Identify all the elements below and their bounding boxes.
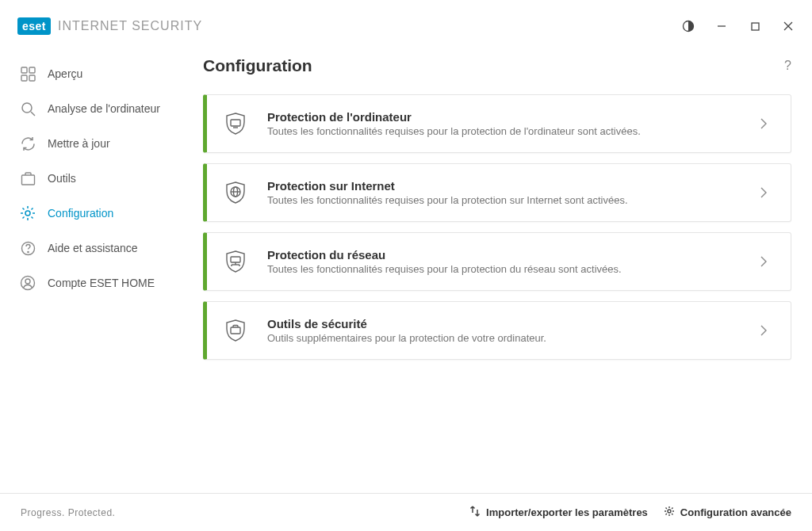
- page-title: Configuration: [203, 56, 312, 75]
- tagline: Progress. Protected.: [21, 507, 115, 518]
- window-controls: [682, 20, 795, 32]
- card-computer-protection[interactable]: Protection de l'ordinateur Toutes les fo…: [203, 94, 791, 153]
- footer-action-label: Configuration avancée: [680, 506, 791, 518]
- card-desc: Toutes les fonctionnalités requises pour…: [267, 125, 756, 137]
- help-icon[interactable]: ?: [784, 59, 791, 73]
- svg-rect-22: [231, 257, 240, 262]
- card-desc: Outils supplémentaires pour la protectio…: [267, 332, 756, 344]
- sidebar-item-label: Outils: [48, 172, 76, 185]
- card-body: Outils de sécurité Outils supplémentaire…: [267, 317, 756, 344]
- card-body: Protection du réseau Toutes les fonction…: [267, 248, 756, 275]
- svg-rect-5: [21, 67, 27, 73]
- sidebar-item-tools[interactable]: Outils: [0, 161, 186, 196]
- shield-globe-icon: [221, 178, 250, 207]
- sidebar-item-label: Compte ESET HOME: [48, 277, 155, 289]
- logo-badge: eset: [17, 17, 51, 35]
- card-desc: Toutes les fonctionnalités requises pour…: [267, 263, 756, 275]
- sidebar-item-label: Aide et assistance: [48, 242, 138, 254]
- chevron-right-icon: [756, 323, 772, 338]
- svg-rect-11: [21, 175, 34, 185]
- footer: Progress. Protected. Importer/exporter l…: [0, 493, 812, 531]
- logo-product: INTERNET SECURITY: [58, 19, 202, 33]
- shield-briefcase-icon: [221, 316, 250, 345]
- gear-icon: [20, 205, 36, 221]
- config-cards: Protection de l'ordinateur Toutes les fo…: [203, 94, 791, 360]
- sidebar-item-label: Aperçu: [48, 67, 82, 80]
- svg-point-28: [668, 510, 671, 513]
- sidebar-item-label: Configuration: [48, 207, 113, 220]
- sidebar-item-scan[interactable]: Analyse de l'ordinateur: [0, 91, 186, 126]
- sidebar: Aperçu Analyse de l'ordinateur Mettre à …: [0, 43, 186, 493]
- titlebar: eset INTERNET SECURITY: [0, 0, 812, 43]
- sidebar-item-overview[interactable]: Aperçu: [0, 56, 186, 91]
- footer-action-label: Importer/exporter les paramètres: [486, 506, 648, 518]
- svg-point-9: [22, 103, 32, 113]
- svg-line-10: [31, 112, 35, 116]
- svg-rect-17: [231, 120, 240, 126]
- app-logo: eset INTERNET SECURITY: [17, 17, 202, 35]
- svg-point-14: [27, 251, 28, 252]
- card-network-protection[interactable]: Protection du réseau Toutes les fonction…: [203, 232, 791, 291]
- overview-icon: [20, 66, 36, 82]
- advanced-setup-button[interactable]: Configuration avancée: [664, 506, 791, 519]
- shield-network-icon: [221, 247, 250, 276]
- shield-monitor-icon: [221, 109, 250, 138]
- close-icon[interactable]: [782, 20, 795, 32]
- card-title: Protection sur Internet: [267, 179, 756, 193]
- svg-rect-7: [21, 75, 27, 81]
- chevron-right-icon: [756, 116, 772, 132]
- sidebar-item-help[interactable]: Aide et assistance: [0, 231, 186, 266]
- card-title: Protection du réseau: [267, 248, 756, 262]
- svg-point-12: [25, 211, 30, 216]
- sidebar-item-update[interactable]: Mettre à jour: [0, 126, 186, 161]
- svg-point-16: [25, 279, 30, 284]
- card-desc: Toutes les fonctionnalités requises pour…: [267, 194, 756, 206]
- sidebar-item-account[interactable]: Compte ESET HOME: [0, 266, 186, 300]
- import-export-button[interactable]: Importer/exporter les paramètres: [469, 506, 648, 519]
- svg-rect-2: [752, 23, 759, 30]
- card-body: Protection sur Internet Toutes les fonct…: [267, 179, 756, 206]
- svg-rect-27: [231, 327, 240, 334]
- briefcase-icon: [20, 170, 36, 186]
- svg-rect-8: [29, 75, 35, 81]
- import-export-icon: [469, 506, 481, 519]
- card-title: Outils de sécurité: [267, 317, 756, 330]
- magnifier-icon: [20, 101, 36, 117]
- card-title: Protection de l'ordinateur: [267, 110, 756, 124]
- card-internet-protection[interactable]: Protection sur Internet Toutes les fonct…: [203, 163, 791, 222]
- main-header: Configuration ?: [203, 56, 791, 75]
- gear-small-icon: [664, 506, 675, 519]
- chevron-right-icon: [756, 254, 772, 269]
- help-circle-icon: [20, 240, 36, 256]
- user-circle-icon: [20, 275, 36, 291]
- card-security-tools[interactable]: Outils de sécurité Outils supplémentaire…: [203, 301, 791, 360]
- sidebar-item-setup[interactable]: Configuration: [0, 196, 186, 231]
- main-content: Configuration ? Protection de l'ordinate…: [186, 43, 812, 493]
- refresh-icon: [20, 136, 36, 151]
- minimize-icon[interactable]: [715, 20, 728, 32]
- footer-actions: Importer/exporter les paramètres Configu…: [469, 506, 791, 519]
- maximize-icon[interactable]: [749, 20, 761, 32]
- sidebar-item-label: Analyse de l'ordinateur: [48, 102, 160, 115]
- card-body: Protection de l'ordinateur Toutes les fo…: [267, 110, 756, 137]
- theme-toggle-icon[interactable]: [682, 20, 695, 32]
- sidebar-item-label: Mettre à jour: [48, 137, 110, 150]
- chevron-right-icon: [756, 185, 772, 201]
- svg-rect-6: [29, 67, 35, 73]
